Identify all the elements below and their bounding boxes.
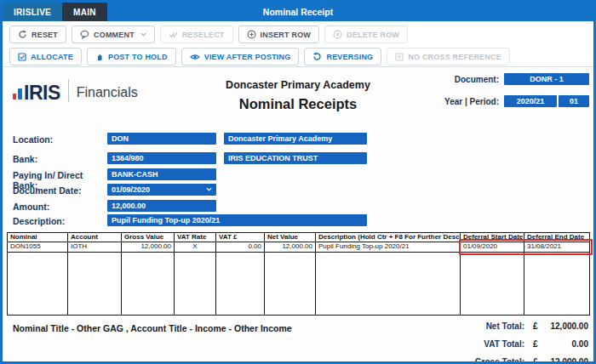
gross-total-value: 12,000.00 — [548, 357, 588, 364]
table-row: DON1055 IOTH 12,000.00 X 0.00 12,000.00 … — [8, 242, 590, 253]
vat-total-value: 0.00 — [548, 339, 588, 349]
allocate-icon — [18, 53, 26, 61]
paying-in-direct-bank-field[interactable]: BANK-CASH — [107, 168, 216, 180]
title-bar: IRISLIVE MAIN Nominal Receipt — [3, 3, 593, 21]
column-header-deferral-start-date: Deferral Start Date — [461, 233, 524, 242]
reversing-button[interactable]: REVERSING — [304, 48, 381, 65]
view-after-posting-icon — [190, 53, 200, 61]
allocate-button[interactable]: ALLOCATE — [9, 48, 82, 65]
cell-deferral-start-date[interactable]: 01/09/2020 — [461, 242, 524, 253]
document-date-field[interactable]: 01/09/2020 — [107, 184, 216, 196]
no-cross-reference-icon — [395, 53, 404, 61]
gross-total-row: Gross Total: £ 12,000.00 — [460, 353, 588, 364]
net-total-label: Net Total: — [460, 321, 524, 331]
cell-deferral-end-date[interactable]: 31/08/2021 — [524, 242, 590, 253]
toolbar: RESET COMMENT RESELECT — [3, 21, 593, 67]
document-lines-table: Nominal Account Gross Value VAT Rate VAT… — [7, 232, 590, 316]
comment-icon — [80, 30, 89, 39]
column-header-nominal: Nominal — [8, 233, 68, 242]
net-total-value: 12,000.00 — [548, 321, 588, 331]
cell-gross-value[interactable]: 12,000.00 — [122, 242, 175, 253]
view-after-posting-button[interactable]: VIEW AFTER POSTING — [181, 48, 300, 65]
column-header-account: Account — [68, 233, 122, 242]
column-header-vat-rate: VAT Rate — [175, 233, 216, 242]
location-code-field[interactable]: DON — [107, 133, 216, 145]
delete-row-button-label: DELETE ROW — [347, 31, 399, 39]
post-to-hold-button-label: POST TO HOLD — [108, 53, 168, 61]
document-date-label: Document Date: — [13, 185, 106, 196]
reversing-icon — [312, 52, 322, 61]
reselect-button[interactable]: RESELECT — [160, 26, 233, 43]
year-period-label: Year | Period: — [394, 97, 499, 106]
document-number-field[interactable]: DONR - 1 — [504, 73, 589, 85]
column-header-description: Description (Hold Ctr + F8 For Further D… — [316, 233, 461, 242]
table-header-row: Nominal Account Gross Value VAT Rate VAT… — [8, 233, 590, 242]
reset-button[interactable]: RESET — [9, 26, 66, 43]
view-after-posting-button-label: VIEW AFTER POSTING — [204, 53, 291, 61]
year-field[interactable]: 2020/21 — [504, 95, 557, 107]
empty-table-area — [8, 253, 590, 316]
column-header-deferral-end-date: Deferral End Date — [524, 233, 590, 242]
document-form: IRIS Financials Doncaster Primary Academ… — [3, 67, 593, 362]
amount-label: Amount: — [13, 202, 106, 212]
document-label: Document: — [394, 75, 499, 84]
reselect-icon — [169, 30, 178, 39]
bank-label: Bank: — [13, 154, 106, 164]
cell-nominal[interactable]: DON1055 — [8, 242, 68, 253]
vat-total-currency: £ — [524, 339, 548, 349]
column-header-net-value: Net Value — [265, 233, 316, 242]
delete-row-icon — [333, 30, 342, 39]
description-field[interactable]: Pupil Funding Top-up 2020/21 — [107, 214, 367, 226]
reversing-button-label: REVERSING — [326, 53, 373, 61]
gross-total-currency: £ — [524, 357, 548, 364]
gross-total-label: Gross Total: — [460, 357, 524, 364]
comment-button[interactable]: COMMENT — [72, 26, 155, 43]
chevron-down-icon — [140, 32, 146, 37]
tab-main[interactable]: MAIN — [62, 3, 107, 21]
comment-button-label: COMMENT — [94, 31, 135, 39]
reset-button-label: RESET — [32, 31, 58, 39]
amount-field[interactable]: 12,000.00 — [107, 200, 216, 212]
cell-description[interactable]: Pupil Funding Top-up 2020/21 — [316, 242, 461, 253]
location-label: Location: — [13, 134, 106, 145]
vat-total-label: VAT Total: — [460, 339, 524, 349]
bank-code-field[interactable]: 1364/980 — [107, 152, 216, 164]
no-cross-reference-button-label: NO CROSS REFERENCE — [408, 53, 501, 61]
vat-total-row: VAT Total: £ 0.00 — [460, 335, 588, 353]
nominal-account-title-note: Nominal Title - Other GAG , Account Titl… — [13, 323, 292, 333]
column-header-gross-value: Gross Value — [122, 233, 175, 242]
cell-vat-rate[interactable]: X — [175, 242, 216, 253]
delete-row-button[interactable]: DELETE ROW — [324, 26, 408, 43]
period-field[interactable]: 01 — [559, 95, 589, 107]
reselect-button-label: RESELECT — [182, 31, 225, 39]
date-dropdown-chevron-icon[interactable] — [206, 187, 212, 191]
reset-icon — [18, 30, 27, 39]
no-cross-reference-button[interactable]: NO CROSS REFERENCE — [387, 48, 510, 65]
totals-panel: Net Total: £ 12,000.00 VAT Total: £ 0.00… — [460, 317, 588, 364]
post-to-hold-button[interactable]: POST TO HOLD — [87, 48, 176, 65]
document-date-value: 01/09/2020 — [112, 185, 150, 194]
toolbar-row-2: ALLOCATE POST TO HOLD VIEW AFTER POSTING… — [9, 48, 587, 65]
column-header-vat-amount: VAT £ — [216, 233, 265, 242]
app-window: IRISLIVE MAIN Nominal Receipt RESET COMM… — [0, 0, 596, 364]
net-total-currency: £ — [524, 321, 548, 331]
insert-row-button[interactable]: INSERT ROW — [238, 26, 320, 43]
insert-row-icon — [247, 30, 256, 39]
post-to-hold-icon — [95, 53, 104, 61]
toolbar-row-1: RESET COMMENT RESELECT — [9, 26, 587, 43]
bank-name-field: IRIS EDUCATION TRUST — [224, 152, 367, 164]
allocate-button-label: ALLOCATE — [31, 53, 73, 61]
cell-account[interactable]: IOTH — [68, 242, 122, 253]
description-label: Description: — [13, 216, 106, 226]
tab-irislive[interactable]: IRISLIVE — [3, 3, 62, 21]
cell-net-value[interactable]: 12,000.00 — [265, 242, 316, 253]
net-total-row: Net Total: £ 12,000.00 — [460, 317, 588, 335]
cell-vat-amount[interactable]: 0.00 — [216, 242, 265, 253]
location-name-field: Doncaster Primary Academy — [224, 133, 367, 145]
insert-row-button-label: INSERT ROW — [261, 31, 312, 39]
